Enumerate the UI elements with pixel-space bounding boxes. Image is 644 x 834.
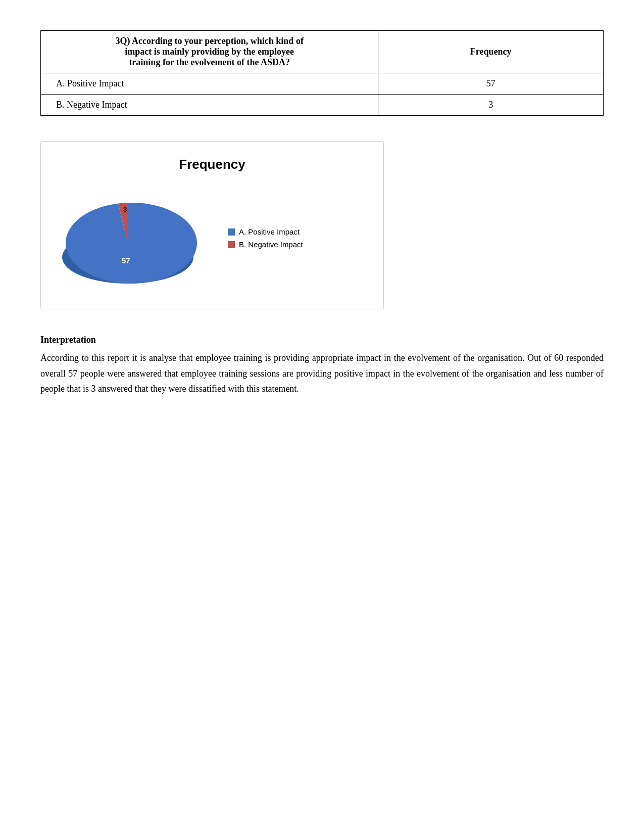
legend-color-negative [228, 241, 235, 248]
interpretation-text: According to this report it is analyse t… [40, 350, 604, 397]
interpretation-section: Interpretation According to this report … [40, 335, 604, 397]
legend-item-negative: B. Negative Impact [228, 240, 303, 249]
option-a-text: A. Positive Impact [56, 78, 124, 88]
survey-table: 3Q) According to your perception, which … [40, 30, 604, 116]
legend-label-negative: B. Negative Impact [239, 240, 303, 249]
pie-svg: 57 3 [51, 182, 213, 294]
question-line1: 3Q) According to your perception, which … [116, 36, 304, 46]
chart-container: Frequency [40, 141, 384, 309]
option-a-label: A. Positive Impact [41, 73, 378, 95]
chart-legend: A. Positive Impact B. Negative Impact [228, 227, 303, 249]
positive-label: 57 [122, 256, 130, 265]
table-row: B. Negative Impact 3 [41, 95, 604, 116]
question-line3: training for the evolvement of the ASDA? [129, 57, 290, 67]
legend-label-positive: A. Positive Impact [239, 227, 300, 236]
frequency-header: Frequency [378, 31, 604, 73]
table-question-header: 3Q) According to your perception, which … [41, 31, 378, 73]
pie-chart: 57 3 [51, 182, 213, 294]
chart-title: Frequency [51, 157, 373, 172]
table-row: A. Positive Impact 57 [41, 73, 604, 95]
interpretation-heading: Interpretation [40, 335, 604, 345]
legend-item-positive: A. Positive Impact [228, 227, 303, 236]
option-b-label: B. Negative Impact [41, 95, 378, 116]
question-line2: impact is mainly providing by the employ… [125, 47, 294, 57]
option-b-value: 3 [378, 95, 604, 116]
negative-label: 3 [123, 206, 127, 213]
legend-color-positive [228, 228, 235, 236]
option-b-text: B. Negative Impact [56, 100, 127, 110]
option-a-value: 57 [378, 73, 604, 95]
chart-area: 57 3 A. Positive Impact B. Negative Impa… [51, 182, 373, 294]
positive-segment [66, 203, 197, 284]
